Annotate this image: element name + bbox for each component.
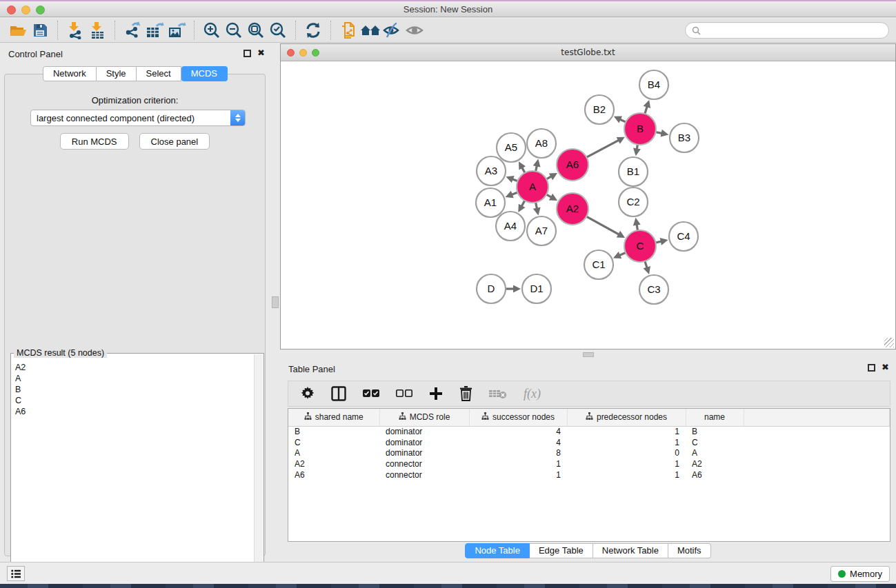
network-close-button[interactable] — [287, 49, 295, 57]
zoom-out-icon[interactable] — [223, 20, 245, 41]
graph-node-C4[interactable]: C4 — [669, 222, 698, 251]
tab-network[interactable]: Network — [43, 66, 97, 81]
network-minimize-button[interactable] — [299, 49, 307, 57]
table-row[interactable]: Cdominator41C — [288, 437, 890, 448]
delete-column-trash-icon[interactable] — [459, 385, 472, 403]
graph-node-B1[interactable]: B1 — [619, 157, 648, 186]
edge-arrowhead — [661, 130, 669, 137]
import-table-icon[interactable] — [86, 20, 108, 41]
table-panel-title: Table Panel — [288, 364, 335, 374]
table-row[interactable]: A6connector11A6 — [288, 469, 890, 480]
export-table-icon[interactable] — [143, 20, 166, 41]
float-panel-icon[interactable] — [243, 50, 251, 57]
graph-node-C[interactable]: C — [624, 230, 656, 262]
import-network-icon[interactable] — [64, 20, 86, 41]
column-header-successor-nodes[interactable]: successor nodes — [469, 409, 567, 426]
tab-network-table[interactable]: Network Table — [593, 543, 668, 558]
graph-node-B2[interactable]: B2 — [585, 95, 614, 124]
export-image-icon[interactable] — [166, 20, 188, 41]
memory-button[interactable]: Memory — [830, 566, 890, 582]
mcds-result-item[interactable]: C — [15, 395, 254, 406]
function-builder-icon[interactable]: f(x) — [524, 385, 541, 403]
graph-node-B[interactable]: B — [624, 113, 656, 145]
zoom-selected-icon[interactable] — [267, 20, 289, 41]
show-all-networks-icon[interactable] — [359, 20, 381, 41]
float-table-panel-icon[interactable] — [868, 364, 875, 372]
mcds-result-item[interactable]: A2 — [15, 362, 254, 373]
graph-node-D[interactable]: D — [477, 274, 506, 303]
table-row[interactable]: A2connector11A2 — [288, 458, 890, 469]
tab-edge-table[interactable]: Edge Table — [530, 543, 593, 558]
graph-node-A[interactable]: A — [517, 171, 548, 203]
hide-selected-icon[interactable] — [381, 20, 404, 41]
network-canvas[interactable]: B4B2BB3A5A8A6A3B1AA1C2A2A4A7C4CC1C3DD1 — [281, 62, 895, 349]
close-panel-icon[interactable]: ✖ — [257, 48, 265, 58]
vertical-splitter-handle[interactable] — [272, 296, 279, 308]
split-table-columns-icon[interactable] — [331, 385, 346, 403]
minimize-window-button[interactable] — [21, 6, 30, 14]
window-resize-grip[interactable] — [884, 338, 894, 347]
new-network-from-file-icon[interactable] — [337, 20, 359, 41]
graph-node-A7[interactable]: A7 — [527, 216, 556, 245]
table-row[interactable]: Bdominator41B — [288, 426, 890, 437]
close-panel-button[interactable]: Close panel — [139, 133, 210, 150]
graph-node-C2[interactable]: C2 — [619, 187, 648, 216]
svg-text:B4: B4 — [648, 79, 660, 90]
refresh-icon[interactable] — [302, 20, 324, 41]
column-type-icon — [586, 412, 593, 423]
column-header-name[interactable]: name — [686, 409, 744, 426]
mcds-result-item[interactable]: B — [15, 384, 254, 395]
horizontal-splitter[interactable] — [280, 351, 896, 358]
graph-node-B4[interactable]: B4 — [639, 70, 668, 99]
mcds-result-list: A2ABCA6 — [12, 358, 254, 586]
run-mcds-button[interactable]: Run MCDS — [60, 133, 129, 150]
graph-edge-A2-C[interactable] — [585, 216, 620, 235]
show-panels-list-button[interactable] — [7, 566, 25, 581]
table-toolbar: f(x) — [288, 381, 890, 407]
save-session-icon[interactable] — [29, 20, 51, 41]
graph-node-D1[interactable]: D1 — [522, 274, 551, 303]
tab-select[interactable]: Select — [137, 66, 181, 81]
graph-node-B3[interactable]: B3 — [670, 123, 699, 152]
horizontal-splitter-handle[interactable] — [583, 352, 594, 357]
close-window-button[interactable] — [7, 6, 16, 14]
export-network-icon[interactable] — [121, 20, 143, 41]
graph-node-A2[interactable]: A2 — [557, 193, 588, 225]
graph-node-A3[interactable]: A3 — [477, 156, 506, 185]
graph-node-A6[interactable]: A6 — [557, 149, 588, 181]
zoom-in-icon[interactable] — [201, 20, 223, 41]
close-table-panel-icon[interactable]: ✖ — [882, 362, 889, 372]
deselect-all-checkboxes-icon[interactable] — [396, 385, 412, 403]
graph-node-C3[interactable]: C3 — [639, 275, 668, 304]
tab-style[interactable]: Style — [97, 66, 137, 81]
tab-motifs[interactable]: Motifs — [668, 543, 711, 558]
graph-node-A1[interactable]: A1 — [476, 188, 505, 217]
optimization-criterion-dropdown[interactable]: largest connected component (directed) — [30, 110, 246, 126]
graph-node-A8[interactable]: A8 — [527, 129, 556, 158]
table-row[interactable]: Adominator80A — [288, 448, 890, 459]
graph-node-C1[interactable]: C1 — [584, 250, 613, 279]
mcds-result-item[interactable]: A6 — [15, 406, 254, 417]
search-field[interactable] — [685, 22, 889, 39]
tab-mcds[interactable]: MCDS — [181, 66, 228, 81]
maximize-window-button[interactable] — [36, 6, 45, 14]
network-maximize-button[interactable] — [312, 49, 319, 57]
tab-node-table[interactable]: Node Table — [465, 543, 530, 558]
graph-node-A5[interactable]: A5 — [497, 133, 526, 162]
select-all-checkboxes-icon[interactable] — [363, 385, 379, 403]
open-file-icon[interactable] — [7, 20, 29, 41]
mcds-result-item[interactable]: A — [15, 373, 254, 384]
search-input[interactable] — [704, 26, 882, 35]
mcds-result-scrollbar[interactable] — [254, 354, 263, 586]
graph-edge-A6-B[interactable] — [585, 140, 619, 159]
zoom-fit-icon[interactable] — [245, 20, 267, 41]
column-header-MCDS-role[interactable]: MCDS role — [379, 409, 469, 426]
table-settings-gear-icon[interactable] — [301, 385, 315, 403]
add-column-icon[interactable] — [429, 385, 443, 403]
show-eye-icon[interactable] — [404, 20, 426, 41]
column-header-predecessor-nodes[interactable]: predecessor nodes — [567, 409, 686, 426]
delete-table-icon[interactable] — [489, 385, 507, 403]
svg-text:C3: C3 — [647, 283, 660, 295]
graph-node-A4[interactable]: A4 — [496, 212, 525, 241]
column-header-shared-name[interactable]: shared name — [288, 409, 379, 426]
